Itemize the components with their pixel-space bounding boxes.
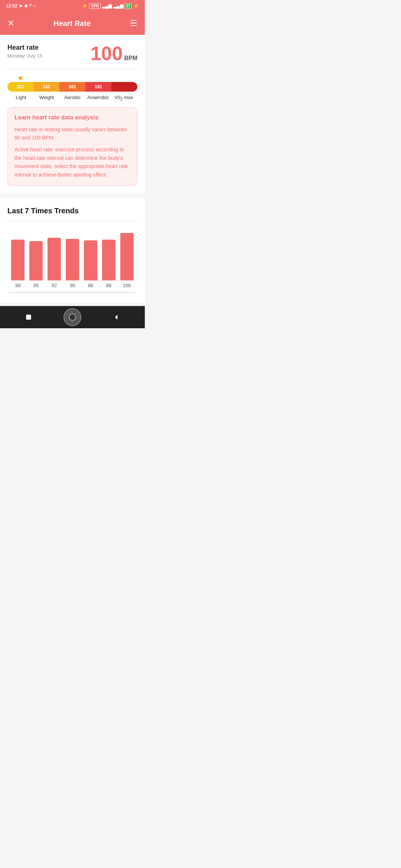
heart-rate-date: Monday, July 15 (7, 53, 42, 59)
bar-value-label: 85 (33, 283, 39, 288)
bpm-number: 100 (91, 44, 123, 63)
divider-1 (7, 69, 137, 69)
bottom-nav (0, 306, 145, 328)
bar-value-label: 86 (88, 283, 93, 288)
bar-item (102, 240, 115, 280)
bar-value-label: 92 (52, 283, 57, 288)
bar-item (29, 241, 43, 280)
menu-button[interactable]: ☰ (130, 19, 137, 28)
bluetooth-icon: ⚡ (82, 3, 88, 9)
bar-column: 100 (118, 233, 136, 288)
zone-indicator (7, 77, 137, 80)
bar-chart: 888592908688100 (7, 229, 137, 288)
bpm-unit: BPM (124, 55, 137, 62)
trends-section: Last 7 Times Trends 888592908688100 (0, 198, 145, 303)
back-button[interactable] (21, 310, 36, 325)
app-header: ✕ Heart Rate ☰ (0, 12, 145, 35)
zone-label-weight: Weight (34, 95, 59, 101)
trends-title: Last 7 Times Trends (7, 207, 137, 215)
zone-aerobic: 161 (59, 82, 85, 92)
app-icon-1: ⊕ (24, 3, 28, 9)
info-card: Learn heart rate data analysis Heart rat… (7, 107, 137, 186)
bar-item (120, 233, 134, 280)
zone-weight: 141 (33, 82, 59, 92)
signal-icon-2: ▂▄▆ (113, 3, 123, 9)
app-icon-2: ᵈ (29, 3, 31, 9)
chart-baseline (9, 292, 136, 293)
battery: 27 (125, 3, 132, 9)
close-button[interactable]: ✕ (7, 19, 14, 28)
dots-icon: ··· (33, 3, 36, 9)
bar-value-label: 100 (123, 283, 131, 288)
bar-column: 88 (9, 240, 27, 288)
main-content: Heart rate Monday, July 15 100 BPM 121 1… (0, 35, 145, 193)
zone-anaerobic: 181 (85, 82, 111, 92)
zone-labels: Light Weight Aerobic Anaerobic V02 max (7, 95, 137, 101)
charging-icon: ⚡ (133, 3, 139, 9)
info-card-title: Learn heart rate data analysis (14, 114, 130, 121)
location-icon: ➤ (19, 3, 23, 9)
zone-vo2 (111, 82, 137, 92)
time: 12:52 (6, 3, 17, 9)
bar-item (11, 240, 25, 280)
zone-triangle (18, 77, 23, 80)
info-card-text-1: Heart rate in resting state usually vari… (14, 125, 130, 142)
svg-marker-1 (115, 315, 118, 319)
svg-rect-0 (26, 315, 31, 319)
zone-label-aerobic: Aerobic (59, 95, 85, 101)
navigate-back-button[interactable] (109, 310, 124, 325)
bar-column: 88 (100, 240, 118, 288)
zone-light: 121 (7, 82, 33, 92)
zone-label-vo2: V02 max (111, 95, 137, 101)
zone-section: 121 141 161 181 Light Weight Aerobic Ana… (7, 77, 137, 101)
bar-column: 85 (27, 241, 45, 288)
bar-item (48, 238, 61, 280)
bar-column: 92 (45, 238, 63, 288)
bar-value-label: 88 (106, 283, 111, 288)
page-title: Heart Rate (53, 19, 91, 28)
home-button[interactable] (63, 308, 81, 326)
heart-rate-label: Heart rate (7, 44, 42, 52)
bpm-display: 100 BPM (91, 44, 137, 63)
info-card-text-2: Active heart rate: exercise process acco… (14, 145, 130, 179)
bar-column: 90 (63, 239, 82, 288)
zone-bar: 121 141 161 181 (7, 82, 137, 92)
bar-value-label: 88 (15, 283, 20, 288)
zone-label-light: Light (8, 95, 34, 101)
bar-value-label: 90 (70, 283, 75, 288)
signal-icon: ▂▄▆ (102, 3, 112, 9)
status-left: 12:52 ➤ ⊕ ᵈ ··· (6, 3, 36, 9)
vpn-badge: VPN (89, 3, 101, 9)
bar-item (84, 240, 97, 280)
heart-rate-header: Heart rate Monday, July 15 100 BPM (7, 44, 137, 63)
bar-item (66, 239, 79, 280)
heart-rate-info: Heart rate Monday, July 15 (7, 44, 42, 59)
zone-label-anaerobic: Anaerobic (85, 95, 111, 101)
status-bar: 12:52 ➤ ⊕ ᵈ ··· ⚡ VPN ▂▄▆ ▂▄▆ 27 ⚡ (0, 0, 145, 12)
home-button-inner (69, 313, 76, 321)
status-right: ⚡ VPN ▂▄▆ ▂▄▆ 27 ⚡ (82, 3, 139, 9)
trends-divider (7, 221, 137, 221)
bar-column: 86 (81, 240, 100, 288)
